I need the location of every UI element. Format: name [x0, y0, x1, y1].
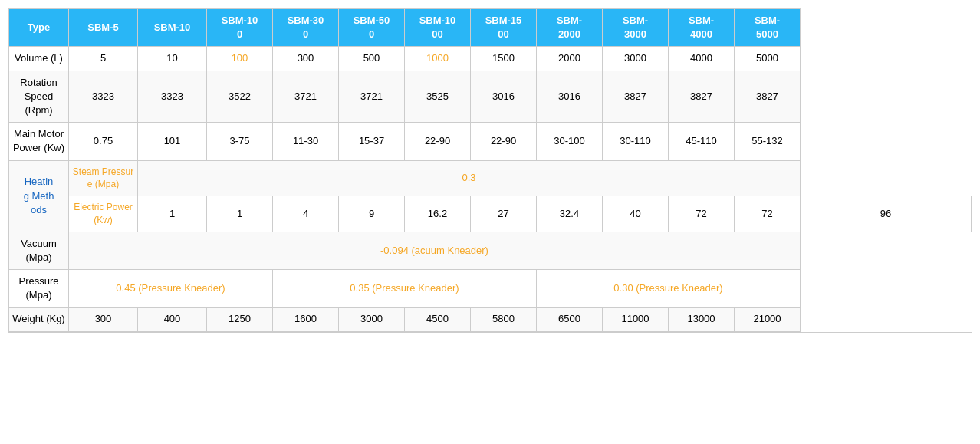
vacuum-value: -0.094 (acuum Kneader)	[69, 232, 801, 269]
steam-value: 0.3	[138, 160, 801, 196]
electric-sublabel: Electric Power(Kw)	[69, 196, 138, 232]
pressure-val-1: 0.45 (Pressure Kneader)	[69, 270, 273, 308]
header-sbm300: SBM-300	[273, 9, 339, 47]
electric-val-0: 1	[138, 196, 207, 232]
volume-label: Volume (L)	[9, 47, 69, 71]
header-sbm5: SBM-5	[69, 9, 138, 47]
volume-val-6: 1500	[471, 47, 537, 71]
volume-val-1: 10	[138, 47, 207, 71]
main-motor-row: Main Motor Power (Kw) 0.75 101 3-75 11-3…	[9, 123, 972, 160]
volume-val-0: 5	[69, 47, 138, 71]
rotation-val-9: 3827	[669, 71, 735, 123]
steam-row: Heating Methods Steam Pressure (Mpa) 0.3	[9, 160, 972, 196]
main-motor-val-6: 22-90	[471, 123, 537, 160]
electric-val-9: 72	[735, 196, 801, 232]
main-motor-val-0: 0.75	[69, 123, 138, 160]
rotation-val-7: 3016	[537, 71, 603, 123]
header-sbm100: SBM-100	[207, 9, 273, 47]
volume-val-10: 5000	[735, 47, 801, 71]
volume-val-9: 4000	[669, 47, 735, 71]
electric-row: Electric Power(Kw) 1 1 4 9 16.2 27 32.4 …	[9, 196, 972, 232]
weight-row: Weight (Kg) 300 400 1250 1600 3000 4500 …	[9, 308, 972, 331]
main-motor-val-10: 55-132	[735, 123, 801, 160]
header-sbm500: SBM-500	[339, 9, 405, 47]
main-motor-val-3: 11-30	[273, 123, 339, 160]
weight-val-7: 6500	[537, 308, 603, 331]
weight-val-1: 400	[138, 308, 207, 331]
pressure-row: Pressure (Mpa) 0.45 (Pressure Kneader) 0…	[9, 270, 972, 308]
pressure-label: Pressure (Mpa)	[9, 270, 69, 308]
electric-val-1: 1	[207, 196, 273, 232]
main-motor-val-8: 30-110	[603, 123, 669, 160]
header-sbm1000: SBM-1000	[405, 9, 471, 47]
main-motor-val-1: 101	[138, 123, 207, 160]
rotation-val-1: 3323	[138, 71, 207, 123]
steam-sublabel: Steam Pressure (Mpa)	[69, 160, 138, 196]
rotation-val-4: 3721	[339, 71, 405, 123]
electric-val-5: 27	[471, 196, 537, 232]
electric-val-3: 9	[339, 196, 405, 232]
weight-val-3: 1600	[273, 308, 339, 331]
header-sbm2000: SBM-2000	[537, 9, 603, 47]
vacuum-label: Vacuum (Mpa)	[9, 232, 69, 269]
electric-val-10: 96	[801, 196, 972, 232]
header-sbm3000: SBM-3000	[603, 9, 669, 47]
rotation-val-5: 3525	[405, 71, 471, 123]
electric-val-4: 16.2	[405, 196, 471, 232]
rotation-val-3: 3721	[273, 71, 339, 123]
header-type: Type	[9, 9, 69, 47]
electric-val-2: 4	[273, 196, 339, 232]
main-motor-val-7: 30-100	[537, 123, 603, 160]
volume-val-5: 1000	[405, 47, 471, 71]
rotation-row: Rotation Speed (Rpm) 3323 3323 3522 3721…	[9, 71, 972, 123]
weight-val-0: 300	[69, 308, 138, 331]
electric-val-6: 32.4	[537, 196, 603, 232]
weight-val-6: 5800	[471, 308, 537, 331]
volume-val-3: 300	[273, 47, 339, 71]
vacuum-row: Vacuum (Mpa) -0.094 (acuum Kneader)	[9, 232, 972, 269]
weight-val-5: 4500	[405, 308, 471, 331]
rotation-label: Rotation Speed (Rpm)	[9, 71, 69, 123]
weight-label: Weight (Kg)	[9, 308, 69, 331]
header-sbm10: SBM-10	[138, 9, 207, 47]
rotation-val-6: 3016	[471, 71, 537, 123]
weight-val-8: 11000	[603, 308, 669, 331]
main-motor-val-9: 45-110	[669, 123, 735, 160]
weight-val-10: 21000	[735, 308, 801, 331]
volume-val-7: 2000	[537, 47, 603, 71]
volume-val-4: 500	[339, 47, 405, 71]
rotation-val-10: 3827	[735, 71, 801, 123]
weight-val-9: 13000	[669, 308, 735, 331]
pressure-val-3: 0.30 (Pressure Kneader)	[537, 270, 801, 308]
volume-row: Volume (L) 5 10 100 300 500 1000 1500 20…	[9, 47, 972, 71]
rotation-val-0: 3323	[69, 71, 138, 123]
header-sbm5000: SBM-5000	[735, 9, 801, 47]
weight-val-2: 1250	[207, 308, 273, 331]
header-sbm1500: SBM-1500	[471, 9, 537, 47]
main-motor-val-2: 3-75	[207, 123, 273, 160]
header-sbm4000: SBM-4000	[669, 9, 735, 47]
electric-val-8: 72	[669, 196, 735, 232]
weight-val-4: 3000	[339, 308, 405, 331]
main-motor-val-5: 22-90	[405, 123, 471, 160]
electric-val-7: 40	[603, 196, 669, 232]
main-motor-label: Main Motor Power (Kw)	[9, 123, 69, 160]
rotation-val-2: 3522	[207, 71, 273, 123]
main-motor-val-4: 15-37	[339, 123, 405, 160]
volume-val-2: 100	[207, 47, 273, 71]
pressure-val-2: 0.35 (Pressure Kneader)	[273, 270, 537, 308]
rotation-val-8: 3827	[603, 71, 669, 123]
heating-section-label: Heating Methods	[9, 160, 69, 232]
volume-val-8: 3000	[603, 47, 669, 71]
